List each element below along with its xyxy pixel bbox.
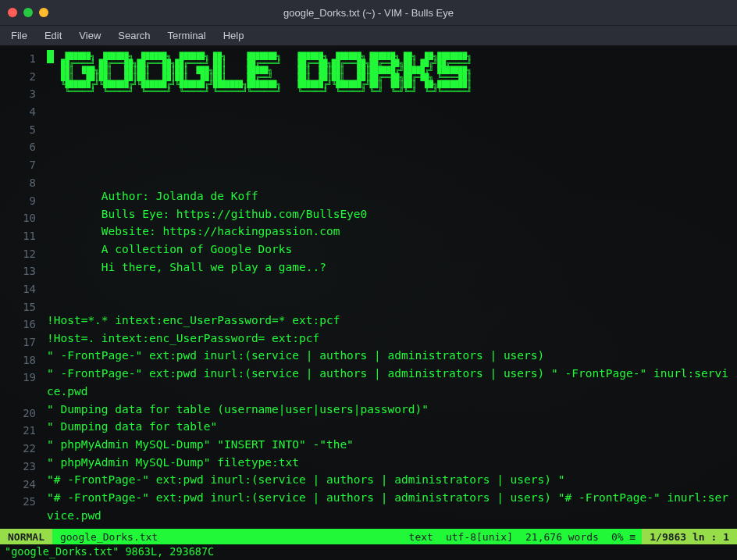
maximize-icon[interactable] bbox=[39, 8, 48, 17]
menu-help[interactable]: Help bbox=[223, 30, 244, 41]
line-number: 12 bbox=[0, 245, 36, 263]
menu-view[interactable]: View bbox=[79, 30, 101, 41]
ascii-banner: ██████╗ ██████╗ ██████╗ ██████╗ ██╗ ████… bbox=[61, 53, 472, 95]
cmdline-text: "google_Dorks.txt" 9863L, 293687C bbox=[5, 545, 214, 558]
line-number: 2 bbox=[0, 68, 36, 86]
dork-line: " -FrontPage-" ext:pwd inurl:(service | … bbox=[47, 365, 732, 400]
website-line: Website: https://hackingpassion.com bbox=[47, 223, 367, 241]
description-line: A collection of Google Dorks bbox=[47, 241, 367, 259]
greeting-line: Hi there, Shall we play a game..? bbox=[47, 259, 367, 276]
ln-label: ln bbox=[692, 531, 705, 543]
col-label: : 1 bbox=[711, 531, 729, 543]
filetype-label: text bbox=[403, 531, 440, 543]
line-number: 7 bbox=[0, 156, 36, 174]
line-number: 19 bbox=[0, 369, 36, 387]
info-block: Author: Jolanda de Koff Bulls Eye: https… bbox=[47, 187, 367, 276]
window-title: google_Dorks.txt (~) - VIM - Bulls Eye bbox=[283, 7, 454, 19]
author-line: Author: Jolanda de Koff bbox=[47, 187, 367, 205]
close-icon[interactable] bbox=[8, 8, 17, 17]
menu-terminal[interactable]: Terminal bbox=[168, 30, 206, 41]
dorks-content: !Host=*.* intext:enc_UserPassword=* ext:… bbox=[47, 312, 732, 524]
line-number: 4 bbox=[0, 103, 36, 121]
cursor-icon bbox=[47, 50, 54, 63]
titlebar: google_Dorks.txt (~) - VIM - Bulls Eye bbox=[0, 0, 737, 25]
window-controls bbox=[8, 8, 48, 17]
line-number: 16 bbox=[0, 316, 36, 334]
dork-line: !Host=*.* intext:enc_UserPassword=* ext:… bbox=[47, 312, 732, 330]
line-number: 22 bbox=[0, 440, 36, 458]
percent-label: 0% ≡ bbox=[605, 531, 642, 543]
line-number: 17 bbox=[0, 334, 36, 351]
command-line[interactable]: "google_Dorks.txt" 9863L, 293687C bbox=[0, 544, 737, 560]
line-number: 20 bbox=[0, 405, 36, 423]
dork-line: "# -FrontPage-" ext:pwd inurl:(service |… bbox=[47, 471, 732, 489]
filename-label: google_Dorks.txt bbox=[52, 531, 166, 543]
line-number: 24 bbox=[0, 476, 36, 494]
dork-line: " Dumping data for table" bbox=[47, 418, 732, 436]
line-number: 3 bbox=[0, 85, 36, 103]
dork-line: " -FrontPage-" ext:pwd inurl:(service | … bbox=[47, 347, 732, 365]
mode-indicator: NORMAL bbox=[0, 529, 52, 544]
statusbar: NORMAL google_Dorks.txt text utf-8[unix]… bbox=[0, 529, 737, 544]
line-number: 10 bbox=[0, 209, 36, 227]
line-number: 6 bbox=[0, 138, 36, 156]
encoding-label: utf-8[unix] bbox=[440, 531, 519, 543]
dork-line: !Host=. intext:enc_UserPassword= ext:pcf bbox=[47, 330, 732, 348]
wordcount-label: 21,676 words bbox=[519, 531, 605, 543]
line-number: 23 bbox=[0, 458, 36, 476]
line-number: 1 bbox=[0, 50, 36, 68]
line-number: 9 bbox=[0, 192, 36, 210]
line-number: 15 bbox=[0, 298, 36, 316]
line-number: 8 bbox=[0, 174, 36, 192]
line-number bbox=[0, 511, 36, 529]
minimize-icon[interactable] bbox=[23, 8, 33, 17]
line-number: 5 bbox=[0, 121, 36, 139]
line-number: 21 bbox=[0, 422, 36, 440]
dork-line: " phpMyAdmin MySQL-Dump" "INSERT INTO" -… bbox=[47, 436, 732, 454]
menu-file[interactable]: File bbox=[11, 30, 27, 41]
line-number: 14 bbox=[0, 280, 36, 298]
menu-edit[interactable]: Edit bbox=[45, 30, 62, 41]
line-number bbox=[0, 387, 36, 405]
line-number-gutter: 1 2 3 4 5 6 7 8 9 10 11 12 13 14 15 16 1… bbox=[0, 45, 42, 527]
line-total-label: 1/9863 bbox=[650, 531, 686, 543]
editor[interactable]: 1 2 3 4 5 6 7 8 9 10 11 12 13 14 15 16 1… bbox=[0, 45, 737, 560]
line-number: 18 bbox=[0, 351, 36, 369]
line-number: 11 bbox=[0, 227, 36, 245]
dork-line: "# -FrontPage-" ext:pwd inurl:(service |… bbox=[47, 489, 732, 524]
dork-line: " phpMyAdmin MySQL-Dump" filetype:txt bbox=[47, 454, 732, 472]
line-number: 25 bbox=[0, 493, 36, 511]
dork-line: " Dumping data for table (username|user|… bbox=[47, 401, 732, 419]
menubar: File Edit View Search Terminal Help bbox=[0, 25, 737, 45]
bullseye-line: Bulls Eye: https://github.com/BullsEye0 bbox=[47, 205, 367, 223]
menu-search[interactable]: Search bbox=[118, 30, 150, 41]
line-number: 13 bbox=[0, 262, 36, 280]
